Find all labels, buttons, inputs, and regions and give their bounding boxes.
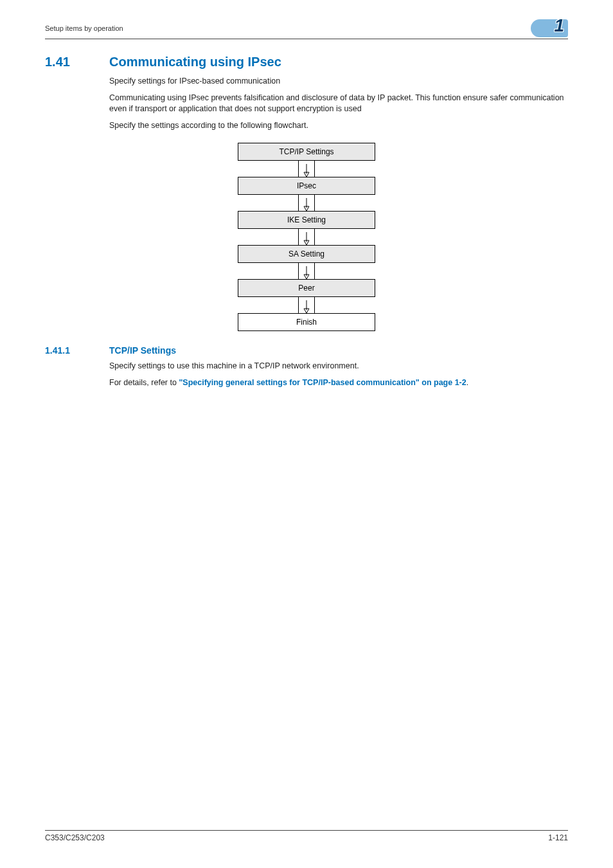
flow-arrow-icon	[298, 161, 315, 177]
flow-step-ipsec: IPsec	[238, 177, 375, 195]
flow-arrow-icon	[298, 263, 315, 279]
flow-arrow-icon	[298, 195, 315, 211]
section-para-1: Specify settings for IPsec-based communi…	[109, 76, 568, 87]
subsection-heading: 1.41.1 TCP/IP Settings	[45, 345, 568, 356]
section-para-3: Specify the settings according to the fo…	[109, 120, 568, 132]
running-head: Setup items by operation	[45, 24, 123, 32]
footer-model: C353/C253/C203	[45, 833, 105, 842]
xref-suffix: .	[466, 378, 468, 387]
subsection-title: TCP/IP Settings	[109, 345, 176, 356]
subsection-para-1: Specify settings to use this machine in …	[109, 361, 568, 372]
section-number: 1.41	[45, 55, 91, 69]
flow-step-sa: SA Setting	[238, 245, 375, 263]
section-heading: 1.41 Communicating using IPsec	[45, 55, 568, 69]
flowchart: TCP/IP Settings IPsec IKE Setting SA Set…	[236, 143, 377, 331]
chapter-badge: 1	[531, 19, 568, 37]
xref-prefix: For details, refer to	[109, 378, 179, 387]
xref-link[interactable]: "Specifying general settings for TCP/IP-…	[179, 378, 466, 387]
flow-step-peer: Peer	[238, 279, 375, 297]
page-footer: C353/C253/C203 1-121	[45, 830, 568, 842]
flow-step-ike: IKE Setting	[238, 211, 375, 229]
flow-arrow-icon	[298, 229, 315, 245]
flow-step-tcpip: TCP/IP Settings	[238, 143, 375, 161]
flow-arrow-icon	[298, 297, 315, 313]
section-title: Communicating using IPsec	[109, 55, 281, 69]
chapter-number: 1	[554, 15, 564, 36]
section-para-2: Communicating using IPsec prevents falsi…	[109, 93, 568, 115]
page-header: Setup items by operation 1	[45, 19, 568, 39]
subsection-para-2: For details, refer to "Specifying genera…	[109, 377, 568, 389]
footer-page-number: 1-121	[548, 833, 568, 842]
flow-step-finish: Finish	[238, 313, 375, 331]
subsection-number: 1.41.1	[45, 345, 91, 356]
